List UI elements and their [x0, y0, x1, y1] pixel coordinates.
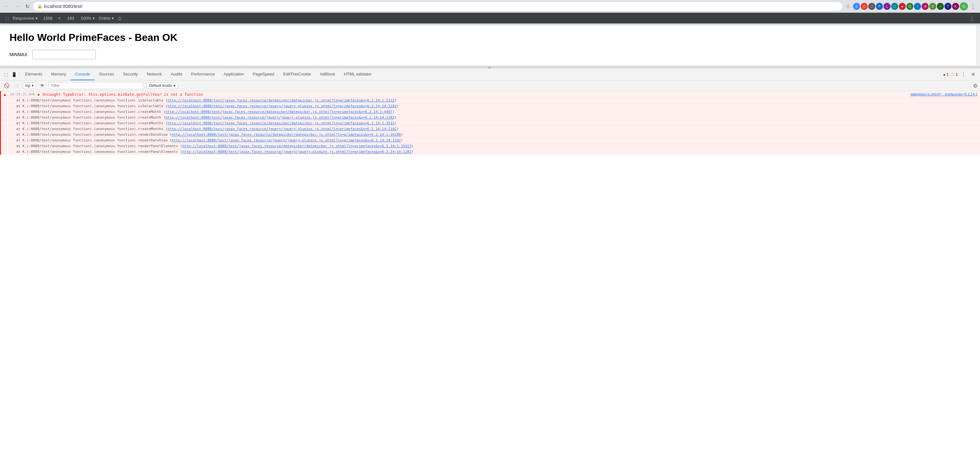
- ext-icon-4[interactable]: P: [876, 3, 883, 10]
- tab-audits[interactable]: Audits: [166, 68, 187, 80]
- level-selector[interactable]: Default levels ▾: [146, 83, 178, 89]
- reload-icon: ↻: [25, 3, 30, 10]
- ext-icon-1[interactable]: S: [853, 3, 860, 10]
- stack-frame-1: at K.(:8080/test/anonymous function).(an…: [1, 103, 980, 109]
- stack-frame-8: at K.(:8080/test/anonymous function).(an…: [1, 143, 980, 149]
- back-button[interactable]: ←: [3, 2, 11, 11]
- tag-icon[interactable]: ◇: [118, 15, 121, 21]
- ext-icon-3[interactable]: ⬡: [868, 3, 875, 10]
- devtools-inspect-toggle[interactable]: ⬚: [5, 16, 9, 21]
- tab-editthiscookie[interactable]: EditThisCookie: [278, 68, 315, 80]
- reload-button[interactable]: ↻: [23, 2, 32, 11]
- error-main-icon: ●: [3, 92, 6, 97]
- inspect-icon: ⬚: [5, 16, 9, 21]
- error-count: 1: [947, 72, 949, 77]
- responsive-select[interactable]: Responsive ▾: [13, 16, 38, 21]
- tab-application[interactable]: Application: [219, 68, 248, 80]
- ext-icon-11[interactable]: S: [929, 3, 936, 10]
- stack-frame-6: at K.(:8080/test/anonymous function).(an…: [1, 132, 980, 138]
- dimension-separator: ×: [58, 16, 60, 21]
- stack-link-7[interactable]: http://localhost:8080/test/javax.faces.r…: [172, 138, 401, 143]
- page-title: Hello World PrimeFaces - Bean OK: [10, 32, 970, 43]
- devtools-drag-handle[interactable]: ▬: [0, 66, 980, 68]
- width-input[interactable]: 1506: [41, 16, 54, 21]
- context-arrow: ▾: [32, 83, 33, 88]
- responsive-more[interactable]: ⋮: [969, 14, 975, 22]
- stack-link-0[interactable]: http://localhost:8080/test/javax.faces.r…: [167, 98, 395, 102]
- error-source-link[interactable]: datepicker.js.xhtml?…imefaces&v=6.2.14:1: [910, 92, 977, 96]
- stack-link-4[interactable]: http://localhost:8080/test/javax.faces.r…: [167, 121, 395, 125]
- error-circle-icon: ●: [943, 72, 945, 77]
- tab-security[interactable]: Security: [119, 68, 143, 80]
- ext-icon-6[interactable]: ⬡: [891, 3, 898, 10]
- dropdown-arrow: ▾: [35, 16, 38, 21]
- console-error-entry: ● 20:10:25.840 ▶ Uncaught TypeError: thi…: [0, 91, 980, 155]
- forward-icon: →: [14, 3, 20, 9]
- stack-link-8[interactable]: http://localhost:8080/test/javax.faces.r…: [182, 144, 411, 148]
- tab-performance[interactable]: Performance: [187, 68, 219, 80]
- tab-adblock[interactable]: AdBlock: [315, 68, 340, 80]
- star-icon[interactable]: ☆: [843, 2, 853, 11]
- clear-console-button[interactable]: 🚫: [3, 82, 10, 89]
- forward-button[interactable]: →: [13, 2, 22, 11]
- user-avatar[interactable]: G: [960, 2, 968, 11]
- toolbar-icons: ☆ S O ⬡ P L ⬡ ● G i ✉ S ✓ T K G ⋮: [843, 2, 977, 11]
- stack-frame-2: at K.(:8080/test/anonymous function).(an…: [1, 109, 980, 115]
- devtools-more-button[interactable]: ⋮: [960, 71, 967, 78]
- height-input[interactable]: 193: [64, 16, 77, 21]
- eye-icon: 👁: [40, 83, 45, 88]
- console-filter-input[interactable]: [49, 82, 144, 89]
- stack-link-5[interactable]: http://localhost:8080/test/javax.faces.r…: [167, 127, 397, 131]
- stack-frame-4: at K.(:8080/test/anonymous function).(an…: [1, 121, 980, 126]
- stack-link-6[interactable]: http://localhost:8080/test/javax.faces.r…: [172, 133, 401, 137]
- stack-frame-5: at K.(:8080/test/anonymous function).(an…: [1, 126, 980, 132]
- device-toggle-button[interactable]: 📱: [10, 71, 18, 78]
- filter-toggle-button[interactable]: ⬚: [13, 82, 20, 89]
- network-select[interactable]: Online ▾: [99, 16, 114, 21]
- stack-link-3[interactable]: http://localhost:8080/test/javax.faces.r…: [165, 116, 395, 119]
- ext-icon-14[interactable]: K: [952, 3, 959, 10]
- tab-htmlvalidator[interactable]: HTML validator: [339, 68, 376, 80]
- devtools-close-button[interactable]: ✕: [969, 71, 977, 78]
- tab-pagespeed[interactable]: PageSpeed: [248, 68, 278, 80]
- ext-icon-8[interactable]: G: [906, 3, 913, 10]
- tab-memory[interactable]: Memory: [47, 68, 70, 80]
- ext-icon-7[interactable]: ●: [899, 3, 906, 10]
- tab-elements[interactable]: Elements: [21, 68, 47, 80]
- warn-count: 1: [956, 72, 958, 77]
- ext-icon-5[interactable]: L: [883, 3, 891, 10]
- warn-icon: ⚠: [950, 72, 955, 77]
- stack-link-9[interactable]: http://localhost:8080/test/javax.faces.r…: [182, 150, 411, 154]
- zoom-select[interactable]: 100% ▾: [81, 16, 95, 21]
- devtools-tab-bar: ⬚ 📱 Elements Memory Console Sources Secu…: [0, 68, 980, 81]
- ext-icon-10[interactable]: ✉: [922, 3, 929, 10]
- minmax-input[interactable]: [32, 50, 96, 59]
- eye-button[interactable]: 👁: [38, 82, 46, 89]
- page-content: Hello World PrimeFaces - Bean OK MINMAX: [0, 25, 980, 66]
- tab-sources[interactable]: Sources: [95, 68, 119, 80]
- settings-button[interactable]: ⚙: [973, 83, 977, 89]
- tab-network[interactable]: Network: [143, 68, 167, 80]
- inspect-element-button[interactable]: ⬚: [2, 71, 10, 78]
- responsive-label: Responsive: [13, 16, 34, 21]
- ext-icon-9[interactable]: i: [914, 3, 921, 10]
- page-scrollbar[interactable]: [976, 25, 980, 66]
- tab-console[interactable]: Console: [70, 68, 95, 80]
- ext-icon-12[interactable]: ✓: [937, 3, 944, 10]
- stack-link-1[interactable]: http://localhost:8080/test/javax.faces.r…: [167, 104, 397, 108]
- devtools-panel: ⬚ 📱 Elements Memory Console Sources Secu…: [0, 68, 980, 476]
- context-label: top: [25, 83, 30, 88]
- context-selector[interactable]: top ▾: [23, 83, 36, 89]
- error-main-line: ● 20:10:25.840 ▶ Uncaught TypeError: thi…: [1, 91, 980, 98]
- ext-icon-2[interactable]: O: [861, 3, 868, 10]
- stack-frame-9: at K.(:8080/test/anonymous function).(an…: [1, 149, 980, 155]
- network-arrow: ▾: [112, 16, 114, 21]
- stack-link-2[interactable]: http://localhost:8080/test/javax.faces.r…: [165, 110, 392, 114]
- stack-frame-3: at K.(:8080/test/anonymous function).(an…: [1, 115, 980, 121]
- error-timestamp: 20:10:25.840: [10, 92, 35, 97]
- menu-button[interactable]: ⋮: [969, 2, 977, 11]
- devtools-toolbar-icons: ⬚ 📱: [2, 71, 19, 78]
- address-bar[interactable]: 🔒 localhost:8080/test/: [33, 2, 842, 11]
- warn-badge: ⚠ 1: [950, 72, 958, 77]
- ext-icon-13[interactable]: T: [945, 3, 951, 10]
